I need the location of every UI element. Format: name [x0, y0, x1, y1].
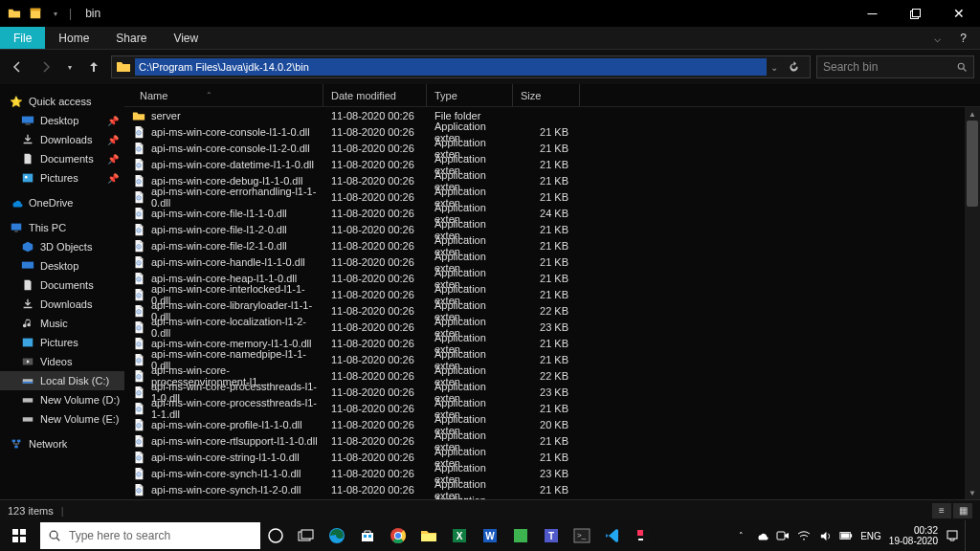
tray-overflow-icon[interactable]: ˄ [734, 531, 747, 540]
file-row[interactable]: api-ms-win-core-processthreads-l1-1-1.dl… [124, 400, 980, 416]
svg-point-41 [138, 278, 139, 279]
file-row[interactable]: api-ms-win-core-errorhandling-l1-1-0.dll… [124, 188, 980, 205]
svg-rect-7 [25, 124, 30, 125]
show-desktop[interactable] [965, 520, 980, 551]
sidebar-onedrive[interactable]: OneDrive [0, 193, 124, 212]
meet-now-icon[interactable] [776, 530, 790, 541]
sidebar-documents[interactable]: Documents [0, 276, 124, 295]
tab-share[interactable]: Share [102, 27, 160, 49]
forward-button[interactable] [34, 55, 57, 78]
file-row[interactable]: api-ms-win-core-synch-l1-1-0.dll11-08-20… [124, 465, 980, 481]
cortana-icon[interactable] [260, 520, 291, 551]
tray-lang[interactable]: ENG [860, 531, 881, 541]
chevron-down-icon[interactable]: ⌄ [767, 62, 782, 73]
file-row[interactable]: server11-08-2020 00:26File folder [124, 107, 980, 123]
cmd-icon[interactable]: >_ [567, 520, 597, 551]
scrollbar[interactable]: ▲ ▼ [965, 107, 980, 499]
address-bar[interactable]: ⌄ [111, 55, 811, 78]
file-size: 21 KB [513, 273, 580, 284]
ribbon-expand-icon[interactable]: ⌵ [928, 27, 947, 49]
close-button[interactable]: ✕ [937, 0, 980, 27]
up-button[interactable] [82, 55, 105, 78]
volume-icon[interactable] [818, 530, 832, 542]
tray-clock[interactable]: 00:32 19-08-2020 [889, 525, 938, 546]
word-icon[interactable]: W [475, 520, 505, 551]
dll-icon [132, 451, 145, 464]
maximize-button[interactable] [894, 0, 937, 27]
scroll-up-icon[interactable]: ▲ [965, 107, 980, 121]
file-row[interactable]: api-ms-win-core-handle-l1-1-0.dll11-08-2… [124, 253, 980, 270]
sidebar-local-disk-c[interactable]: Local Disk (C:) [0, 371, 124, 390]
teams-icon[interactable]: T [536, 520, 567, 551]
sidebar-this-pc[interactable]: This PC [0, 218, 124, 237]
refresh-icon[interactable] [782, 61, 806, 74]
sidebar-videos[interactable]: Videos [0, 352, 124, 371]
dll-icon [132, 483, 145, 496]
svg-point-29 [138, 181, 139, 182]
file-row[interactable]: api-ms-win-core-profile-l1-1-0.dll11-08-… [124, 416, 980, 432]
address-input[interactable] [135, 58, 767, 76]
col-size[interactable]: Size [513, 84, 580, 106]
sidebar-network[interactable]: Network [0, 434, 124, 453]
view-icons-icon[interactable]: ▦ [953, 503, 972, 518]
explorer-icon[interactable] [413, 520, 444, 551]
edge-icon[interactable] [322, 520, 352, 551]
search-box[interactable]: Search bin [816, 55, 974, 78]
file-row[interactable]: api-ms-win-core-synch-l1-2-0.dll11-08-20… [124, 481, 980, 497]
store-icon[interactable] [352, 520, 383, 551]
file-row[interactable]: api-ms-win-core-rtlsupport-l1-1-0.dll11-… [124, 432, 980, 449]
chrome-icon[interactable] [383, 520, 413, 551]
file-row[interactable]: api-ms-win-core-console-l1-1-0.dll11-08-… [124, 123, 980, 140]
file-row[interactable]: api-ms-win-core-sysinfo-l1-1-0.dll11-08-… [124, 497, 980, 499]
sidebar-pictures[interactable]: Pictures [0, 333, 124, 352]
svg-rect-11 [14, 231, 18, 232]
vscode-icon[interactable] [597, 520, 628, 551]
task-view-icon[interactable] [291, 520, 322, 551]
file-row[interactable]: api-ms-win-core-string-l1-1-0.dll11-08-2… [124, 449, 980, 465]
qa-dropdown-icon[interactable]: ▾ [50, 10, 57, 18]
file-row[interactable]: api-ms-win-core-file-l2-1-0.dll11-08-202… [124, 237, 980, 253]
app-icon[interactable] [505, 520, 536, 551]
intellij-icon[interactable] [628, 520, 658, 551]
sidebar-documents[interactable]: Documents📌 [0, 149, 124, 168]
file-list[interactable]: server11-08-2020 00:26File folderapi-ms-… [124, 107, 980, 499]
file-row[interactable]: api-ms-win-core-file-l1-1-0.dll11-08-202… [124, 205, 980, 221]
file-row[interactable]: api-ms-win-core-localization-l1-2-0.dll1… [124, 319, 980, 335]
taskbar-search[interactable]: Type here to search [40, 522, 260, 549]
sidebar-music[interactable]: Music [0, 314, 124, 333]
sidebar-downloads[interactable]: Downloads [0, 295, 124, 314]
col-type[interactable]: Type [427, 84, 513, 106]
pin-icon: 📌 [107, 135, 124, 145]
col-date[interactable]: Date modified [323, 84, 427, 106]
start-button[interactable] [0, 520, 38, 551]
file-date: 11-08-2020 00:26 [323, 289, 427, 300]
battery-icon[interactable] [839, 531, 853, 540]
wifi-icon[interactable] [797, 530, 811, 541]
sidebar-volume-e[interactable]: New Volume (E:) [0, 409, 124, 429]
col-name[interactable]: Name⌃ [132, 84, 323, 106]
sidebar-desktop[interactable]: Desktop [0, 256, 124, 276]
file-row[interactable]: api-ms-win-core-datetime-l1-1-0.dll11-08… [124, 156, 980, 172]
svg-point-53 [138, 376, 139, 377]
notifications-icon[interactable] [946, 529, 959, 542]
sidebar-3d-objects[interactable]: 3D Objects [0, 237, 124, 256]
tab-file[interactable]: File [0, 27, 45, 49]
tab-view[interactable]: View [160, 27, 212, 49]
minimize-button[interactable]: ─ [851, 0, 894, 27]
view-details-icon[interactable]: ≡ [932, 503, 951, 518]
sidebar-pictures[interactable]: Pictures📌 [0, 168, 124, 187]
file-row[interactable]: api-ms-win-core-file-l1-2-0.dll11-08-202… [124, 221, 980, 237]
help-icon[interactable]: ? [947, 27, 980, 49]
tab-home[interactable]: Home [45, 27, 102, 49]
scroll-down-icon[interactable]: ▼ [965, 486, 980, 499]
onedrive-tray-icon[interactable] [755, 529, 768, 542]
sidebar-desktop[interactable]: Desktop📌 [0, 111, 124, 130]
excel-icon[interactable]: X [444, 520, 475, 551]
recent-dropdown-icon[interactable]: ▾ [63, 55, 77, 78]
scroll-thumb[interactable] [967, 121, 978, 207]
back-button[interactable] [6, 55, 29, 78]
sidebar-quick-access[interactable]: ⭐Quick access [0, 92, 124, 111]
sidebar-volume-d[interactable]: New Volume (D:) [0, 390, 124, 409]
file-row[interactable]: api-ms-win-core-console-l1-2-0.dll11-08-… [124, 140, 980, 156]
sidebar-downloads[interactable]: Downloads📌 [0, 130, 124, 149]
